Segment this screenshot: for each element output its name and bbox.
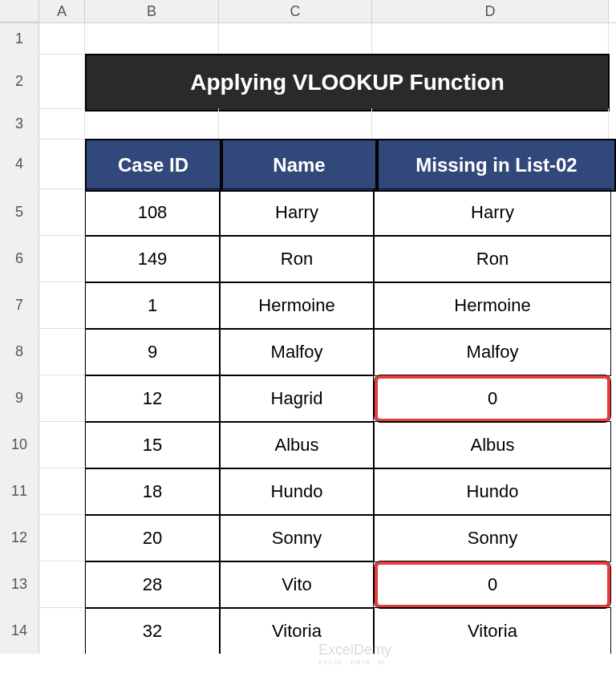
col-header-D[interactable]: D — [372, 0, 609, 22]
cell-A5[interactable] — [39, 188, 85, 236]
cell-A1[interactable] — [39, 23, 85, 55]
cell-missing-7[interactable]: Hermoine — [374, 282, 611, 330]
row-header-7[interactable]: 7 — [0, 282, 39, 329]
row-1: 1 — [0, 23, 616, 54]
col-header-B[interactable]: B — [85, 0, 219, 22]
cell-name-7[interactable]: Hermoine — [220, 282, 374, 330]
col-header-C[interactable]: C — [219, 0, 372, 22]
cell-A14[interactable] — [39, 607, 85, 654]
cell-name-13[interactable]: Vito — [220, 561, 374, 609]
cell-case-id-8[interactable]: 9 — [85, 328, 220, 376]
row-14: 1432VitoriaVitoria — [0, 607, 616, 654]
cell-C3[interactable] — [219, 108, 372, 140]
cell-case-id-5[interactable]: 108 — [85, 188, 220, 237]
cell-A9[interactable] — [39, 375, 85, 422]
cell-C1[interactable] — [219, 23, 372, 55]
cell-B3[interactable] — [85, 108, 219, 140]
cell-missing-11[interactable]: Hundo — [374, 468, 611, 516]
row-header-2[interactable]: 2 — [0, 54, 39, 109]
header-case-id[interactable]: Case ID — [85, 139, 221, 192]
cell-case-id-14[interactable]: 32 — [85, 607, 220, 654]
spreadsheet: A B C D 1 2 Applying VLOOKUP Function 3 … — [0, 0, 616, 654]
header-name[interactable]: Name — [221, 139, 377, 192]
row-7: 71HermoineHermoine — [0, 282, 616, 328]
row-header-11[interactable]: 11 — [0, 468, 39, 515]
row-header-13[interactable]: 13 — [0, 561, 39, 608]
cell-case-id-12[interactable]: 20 — [85, 514, 220, 562]
cell-case-id-11[interactable]: 18 — [85, 468, 220, 516]
cell-missing-5[interactable]: Harry — [374, 188, 611, 237]
cell-name-5[interactable]: Harry — [220, 188, 374, 237]
cell-missing-10[interactable]: Albus — [374, 421, 611, 469]
row-13: 1328Vito0 — [0, 561, 616, 607]
cell-A7[interactable] — [39, 282, 85, 329]
cell-missing-12[interactable]: Sonny — [374, 514, 611, 562]
cell-A6[interactable] — [39, 235, 85, 282]
row-header-9[interactable]: 9 — [0, 375, 39, 422]
cell-A2[interactable] — [39, 54, 85, 109]
cell-missing-8[interactable]: Malfoy — [374, 328, 611, 376]
row-header-12[interactable]: 12 — [0, 514, 39, 561]
cell-A12[interactable] — [39, 514, 85, 561]
cell-name-10[interactable]: Albus — [220, 421, 374, 469]
row-4: 4 Case ID Name Missing in List-02 — [0, 139, 616, 188]
cell-name-12[interactable]: Sonny — [220, 514, 374, 562]
cell-A10[interactable] — [39, 421, 85, 468]
row-header-8[interactable]: 8 — [0, 328, 39, 375]
cell-A13[interactable] — [39, 561, 85, 608]
header-missing[interactable]: Missing in List-02 — [377, 139, 616, 192]
row-12: 1220SonnySonny — [0, 514, 616, 561]
row-header-5[interactable]: 5 — [0, 188, 39, 236]
col-header-A[interactable]: A — [39, 0, 85, 22]
cell-name-9[interactable]: Hagrid — [220, 375, 374, 423]
cell-B1[interactable] — [85, 23, 219, 55]
cell-case-id-13[interactable]: 28 — [85, 561, 220, 609]
cell-case-id-10[interactable]: 15 — [85, 421, 220, 469]
row-header-4[interactable]: 4 — [0, 139, 39, 189]
row-2: 2 Applying VLOOKUP Function — [0, 54, 616, 108]
cell-name-11[interactable]: Hundo — [220, 468, 374, 516]
row-3: 3 — [0, 108, 616, 139]
cell-D1[interactable] — [372, 23, 609, 55]
row-header-3[interactable]: 3 — [0, 108, 39, 140]
column-headers-row: A B C D — [0, 0, 616, 23]
cell-case-id-6[interactable]: 149 — [85, 235, 220, 283]
cell-name-6[interactable]: Ron — [220, 235, 374, 283]
title-cell[interactable]: Applying VLOOKUP Function — [85, 54, 610, 111]
row-6: 6149RonRon — [0, 235, 616, 282]
cell-missing-9[interactable]: 0 — [374, 375, 611, 423]
cell-missing-14[interactable]: Vitoria — [374, 607, 611, 654]
cell-A3[interactable] — [39, 108, 85, 140]
cell-name-8[interactable]: Malfoy — [220, 328, 374, 376]
cell-missing-13[interactable]: 0 — [374, 561, 611, 609]
row-9: 912Hagrid0 — [0, 375, 616, 421]
row-header-1[interactable]: 1 — [0, 23, 39, 55]
row-10: 1015AlbusAlbus — [0, 421, 616, 468]
row-11: 1118HundoHundo — [0, 468, 616, 514]
row-5: 5108HarryHarry — [0, 188, 616, 235]
row-header-10[interactable]: 10 — [0, 421, 39, 468]
cell-case-id-7[interactable]: 1 — [85, 282, 220, 330]
row-8: 89MalfoyMalfoy — [0, 328, 616, 375]
select-all-corner[interactable] — [0, 0, 39, 22]
cell-name-14[interactable]: Vitoria — [220, 607, 374, 654]
cell-A11[interactable] — [39, 468, 85, 515]
cell-A4[interactable] — [39, 139, 85, 189]
cell-A8[interactable] — [39, 328, 85, 375]
row-header-6[interactable]: 6 — [0, 235, 39, 282]
cell-case-id-9[interactable]: 12 — [85, 375, 220, 423]
cell-missing-6[interactable]: Ron — [374, 235, 611, 283]
row-header-14[interactable]: 14 — [0, 607, 39, 654]
cell-D3[interactable] — [372, 108, 609, 140]
